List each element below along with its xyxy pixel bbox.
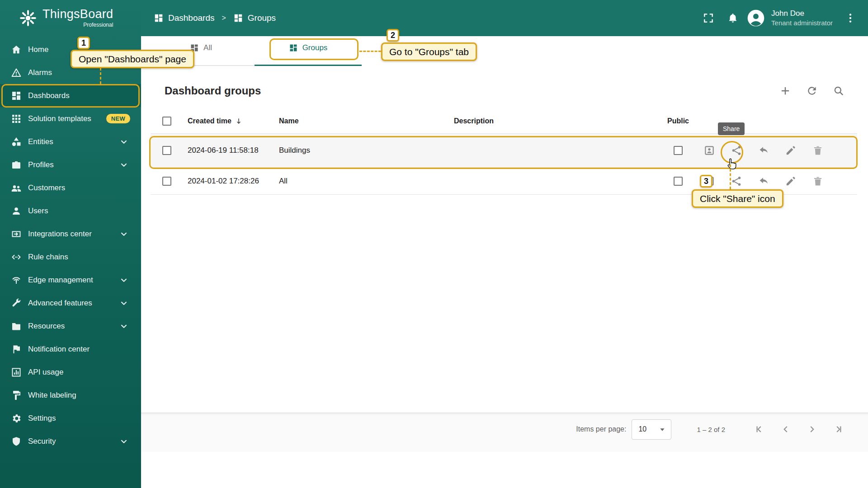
sidebar-item-settings[interactable]: Settings bbox=[0, 407, 141, 430]
column-header-public: Public bbox=[653, 117, 703, 125]
share-button person-badge-icon[interactable] bbox=[703, 145, 715, 156]
shield-icon bbox=[11, 436, 22, 447]
cell-created-time: 2024-01-02 17:28:26 bbox=[188, 177, 259, 186]
delete-trash-icon[interactable] bbox=[812, 145, 824, 156]
last-page-button[interactable] bbox=[828, 419, 848, 439]
notifications-button[interactable] bbox=[722, 8, 743, 28]
sidebar-item-integrations-center[interactable]: Integrations center bbox=[0, 222, 141, 245]
breadcrumb-dashboards[interactable]: Dashboards bbox=[154, 13, 214, 23]
share-nodes-icon[interactable] bbox=[731, 175, 742, 187]
row-checkbox[interactable] bbox=[162, 177, 171, 186]
first-page-button[interactable] bbox=[750, 419, 769, 439]
public-checkbox[interactable] bbox=[674, 177, 683, 186]
page-range-label: 1 – 2 of 2 bbox=[697, 426, 725, 433]
folder-icon bbox=[11, 321, 22, 332]
next-page-button[interactable] bbox=[802, 419, 822, 439]
dashboards-icon bbox=[190, 43, 199, 52]
user-info[interactable]: John Doe Tenant administrator bbox=[771, 9, 833, 28]
briefcase-icon bbox=[11, 160, 22, 170]
sidebar-item-white-labeling[interactable]: White labeling bbox=[0, 384, 141, 407]
table-row[interactable]: 2024-06-19 11:58:18 Buildings bbox=[151, 134, 857, 168]
tab-all[interactable]: All bbox=[147, 36, 255, 66]
edit-pencil-icon[interactable] bbox=[785, 175, 797, 187]
sidebar-item-resources[interactable]: Resources bbox=[0, 314, 141, 338]
more-menu-button[interactable] bbox=[840, 8, 861, 28]
row-actions bbox=[703, 145, 857, 156]
edit-pencil-icon[interactable] bbox=[785, 145, 797, 156]
sidebar-item-edge-management[interactable]: Edge management bbox=[0, 268, 141, 291]
row-checkbox[interactable] bbox=[162, 146, 171, 155]
column-header-name[interactable]: Name bbox=[273, 117, 449, 125]
table-toolbar: Dashboard groups bbox=[141, 66, 868, 109]
chevron-down-icon bbox=[118, 298, 129, 309]
app-window: ThingsBoard Professional Home Alarms Das… bbox=[0, 0, 868, 488]
sidebar-item-api-usage[interactable]: API usage bbox=[0, 361, 141, 384]
code-brackets-icon bbox=[11, 252, 22, 263]
chevron-down-icon bbox=[118, 436, 129, 447]
breadcrumb-groups[interactable]: Groups bbox=[233, 13, 276, 23]
sidebar-nav: Home Alarms Dashboards Solution template… bbox=[0, 36, 141, 488]
undo-arrow-icon[interactable] bbox=[758, 145, 769, 156]
column-header-created-time[interactable]: Created time bbox=[188, 117, 231, 125]
refresh-icon[interactable] bbox=[806, 85, 818, 97]
sidebar-item-rule-chains[interactable]: Rule chains bbox=[0, 245, 141, 268]
chevron-down-icon bbox=[118, 321, 129, 332]
tab-label: Groups bbox=[302, 43, 328, 52]
dashboards-icon bbox=[289, 43, 298, 52]
sidebar-item-label: Profiles bbox=[28, 160, 54, 169]
sidebar-item-customers[interactable]: Customers bbox=[0, 176, 141, 199]
table-row[interactable]: 2024-01-02 17:28:26 All bbox=[151, 168, 857, 195]
select-all-checkbox[interactable] bbox=[162, 117, 171, 126]
tab-groups[interactable]: Groups bbox=[255, 36, 362, 66]
share-button person-badge-icon[interactable] bbox=[703, 175, 715, 187]
sidebar-item-profiles[interactable]: Profiles bbox=[0, 153, 141, 176]
undo-arrow-icon[interactable] bbox=[758, 175, 769, 187]
sidebar-item-label: Users bbox=[28, 206, 48, 216]
sidebar-item-dashboards[interactable]: Dashboards bbox=[0, 84, 141, 107]
sidebar-item-users[interactable]: Users bbox=[0, 199, 141, 222]
sidebar-item-security[interactable]: Security bbox=[0, 430, 141, 453]
fullscreen-icon bbox=[703, 12, 714, 24]
tab-label: All bbox=[203, 43, 212, 52]
brand-logo[interactable]: ThingsBoard Professional bbox=[0, 0, 141, 36]
sidebar-item-label: Notification center bbox=[28, 345, 90, 354]
sidebar-item-label: Customers bbox=[28, 183, 65, 192]
user-role: Tenant administrator bbox=[771, 19, 833, 28]
cell-name: Buildings bbox=[273, 146, 449, 155]
public-checkbox[interactable] bbox=[674, 146, 683, 155]
sidebar-item-label: Resources bbox=[28, 322, 65, 331]
dashboard-groups-table: Created time Name Description Public 202… bbox=[141, 109, 868, 195]
kebab-menu-icon bbox=[844, 12, 856, 24]
sidebar-item-alarms[interactable]: Alarms bbox=[0, 61, 141, 84]
column-header-description[interactable]: Description bbox=[449, 117, 653, 125]
avatar[interactable] bbox=[747, 9, 765, 27]
sidebar-item-label: Entities bbox=[28, 137, 53, 146]
sidebar-item-notification-center[interactable]: Notification center bbox=[0, 338, 141, 361]
sort-desc-icon[interactable] bbox=[234, 117, 243, 126]
sidebar-item-entities[interactable]: Entities bbox=[0, 130, 141, 153]
search-icon[interactable] bbox=[833, 85, 844, 97]
home-icon bbox=[11, 44, 22, 55]
paint-icon bbox=[11, 390, 22, 401]
new-badge: NEW bbox=[106, 114, 130, 123]
delete-trash-icon[interactable] bbox=[812, 175, 824, 187]
chevron-down-icon bbox=[118, 160, 129, 170]
items-per-page-select[interactable]: 10 bbox=[632, 419, 671, 440]
sidebar-item-home[interactable]: Home bbox=[0, 38, 141, 61]
sidebar-item-label: Edge management bbox=[28, 276, 93, 285]
gear-icon bbox=[11, 413, 22, 424]
share-nodes-icon[interactable] bbox=[731, 145, 742, 156]
wrench-icon bbox=[11, 298, 22, 309]
warning-icon bbox=[11, 67, 22, 78]
previous-page-button[interactable] bbox=[776, 419, 796, 439]
items-per-page-label: Items per page: bbox=[576, 425, 626, 433]
sidebar-item-label: White labeling bbox=[28, 391, 76, 400]
sidebar-item-label: Advanced features bbox=[28, 299, 92, 308]
sidebar-item-label: Solution templates bbox=[28, 114, 91, 123]
integration-icon bbox=[11, 229, 22, 239]
sidebar-item-advanced-features[interactable]: Advanced features bbox=[0, 291, 141, 314]
chevron-down-icon bbox=[118, 229, 129, 239]
fullscreen-button[interactable] bbox=[698, 8, 719, 28]
add-icon[interactable] bbox=[779, 85, 791, 97]
sidebar-item-solution-templates[interactable]: Solution templates NEW bbox=[0, 107, 141, 130]
